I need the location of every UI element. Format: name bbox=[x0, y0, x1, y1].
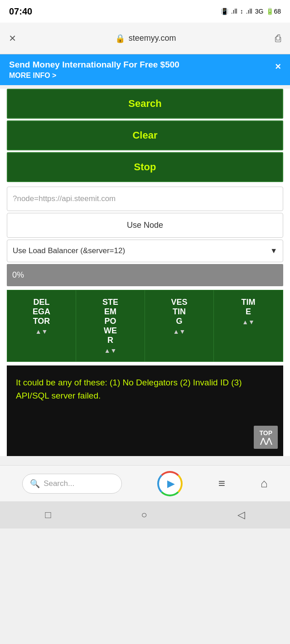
chevron-down-icon: ▼ bbox=[270, 247, 277, 255]
main-content: Search Clear Stop ?node=https://api.stee… bbox=[0, 89, 290, 456]
play-icon: ▶ bbox=[167, 478, 175, 490]
back-button[interactable]: ◁ bbox=[237, 509, 245, 521]
transfer-icon: ↕ bbox=[240, 8, 243, 15]
load-balancer-dropdown[interactable]: Use Load Balancer (&server=12) ▼ bbox=[7, 240, 283, 262]
home-button[interactable]: ○ bbox=[141, 509, 147, 521]
browser-search-bar[interactable]: 🔍 Search... bbox=[22, 474, 122, 494]
share-icon[interactable]: ⎙ bbox=[275, 33, 281, 44]
error-box: It could be any of these: (1) No Delegat… bbox=[7, 365, 283, 456]
ad-content: Send Money Internationally For Free $500… bbox=[9, 60, 179, 80]
status-icons: 📳 .ıll ↕ .ıll 3G 🔋68 bbox=[221, 8, 281, 15]
browser-bar: × 🔒 steemyy.com ⎙ bbox=[0, 23, 290, 54]
signal-icon: 📳 bbox=[221, 8, 228, 15]
play-button[interactable]: ▶ bbox=[157, 471, 183, 496]
error-message: It could be any of these: (1) No Delegat… bbox=[16, 376, 274, 402]
top-button-arrows-icon: ⋀⋀ bbox=[259, 437, 272, 445]
battery-icon: 🔋68 bbox=[266, 8, 281, 15]
dropdown-label: Use Load Balancer (&server=12) bbox=[13, 246, 125, 255]
network-type-label: 3G bbox=[255, 8, 264, 15]
ad-close-button[interactable]: × bbox=[275, 61, 281, 72]
search-placeholder: Search... bbox=[44, 479, 74, 488]
home-icon[interactable]: ⌂ bbox=[261, 476, 268, 490]
url-bar[interactable]: 🔒 steemyy.com bbox=[115, 34, 176, 43]
search-button[interactable]: Search bbox=[7, 89, 283, 119]
network2-icon: .ıll bbox=[246, 8, 252, 15]
status-bar: 07:40 📳 .ıll ↕ .ıll 3G 🔋68 bbox=[0, 0, 290, 23]
use-node-button[interactable]: Use Node bbox=[7, 213, 283, 238]
recents-button[interactable]: □ bbox=[45, 509, 51, 521]
clear-button[interactable]: Clear bbox=[7, 120, 283, 150]
system-nav-bar: □ ○ ◁ bbox=[0, 501, 290, 529]
sort-steempower-icon[interactable]: ▲▼ bbox=[80, 347, 141, 354]
col-vesting[interactable]: VESTING ▲▼ bbox=[145, 290, 214, 361]
sort-time-icon[interactable]: ▲▼ bbox=[218, 318, 279, 326]
top-button[interactable]: TOP ⋀⋀ bbox=[254, 426, 278, 449]
search-icon: 🔍 bbox=[30, 479, 40, 489]
progress-bar: 0% bbox=[7, 264, 283, 286]
ad-title: Send Money Internationally For Free $500 bbox=[9, 60, 179, 70]
ad-banner: Send Money Internationally For Free $500… bbox=[0, 54, 290, 85]
network-icon: .ıll bbox=[231, 8, 237, 15]
col-steempower[interactable]: STEEMPOWER ▲▼ bbox=[76, 290, 145, 361]
table-header: DELEGATOR ▲▼ STEEMPOWER ▲▼ VESTING ▲▼ TI… bbox=[7, 290, 283, 362]
col-time[interactable]: TIME ▲▼ bbox=[214, 290, 283, 361]
progress-value: 0% bbox=[12, 270, 24, 279]
ad-more-info-link[interactable]: MORE INFO > bbox=[9, 72, 56, 79]
sort-delegator-icon[interactable]: ▲▼ bbox=[11, 328, 72, 335]
stop-button[interactable]: Stop bbox=[7, 152, 283, 182]
top-button-label: TOP bbox=[259, 429, 272, 437]
bottom-nav-bar: 🔍 Search... ▶ ≡ ⌂ bbox=[0, 465, 290, 501]
col-delegator[interactable]: DELEGATOR ▲▼ bbox=[7, 290, 76, 361]
lock-icon: 🔒 bbox=[115, 34, 125, 43]
sort-vesting-icon[interactable]: ▲▼ bbox=[149, 328, 210, 335]
status-time: 07:40 bbox=[9, 6, 32, 17]
url-text: steemyy.com bbox=[129, 34, 176, 43]
menu-icon[interactable]: ≡ bbox=[218, 476, 225, 490]
node-input[interactable]: ?node=https://api.steemit.com bbox=[7, 187, 283, 211]
close-tab-button[interactable]: × bbox=[9, 31, 16, 45]
